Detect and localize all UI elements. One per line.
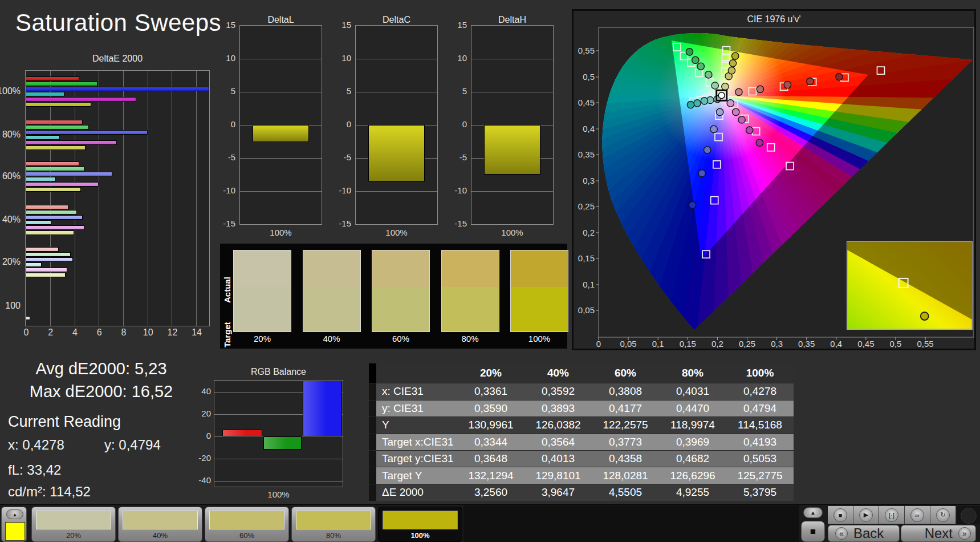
table-cell: 3,2560 <box>457 484 524 501</box>
swatch-actual-20% <box>234 250 291 287</box>
deltae-lum-bar <box>26 316 30 320</box>
table-cell: 0,4470 <box>659 400 726 416</box>
avg-de2000-stat: Avg dE2000: 5,23 <box>6 359 197 378</box>
gridline <box>471 59 553 59</box>
swatch-actual-40% <box>303 250 360 287</box>
swatch-60% <box>372 250 430 332</box>
cie-measured-green <box>705 71 712 78</box>
gridline <box>240 158 322 159</box>
cie-measured-blue <box>710 126 717 132</box>
dh-y-tick: 0 <box>462 119 467 129</box>
gridline <box>356 191 437 192</box>
play-button[interactable]: ▶ <box>853 506 879 524</box>
table-row-label: y: CIE31 <box>376 400 457 416</box>
measurement-table: 20%40%60%80%100%x: CIE310,33610,35920,38… <box>369 363 794 501</box>
patch-swatch-100% <box>383 511 458 529</box>
deltae-group-label: 60% <box>2 171 21 181</box>
deltae-bar-red-100% <box>26 76 79 81</box>
table-cell: 132,1294 <box>457 467 524 484</box>
deltae-bar-yellow-60% <box>26 187 81 192</box>
dh-y-tick: 15 <box>457 20 467 30</box>
gridline <box>240 92 322 92</box>
deltae2000-plot-area <box>25 70 210 326</box>
deltae-x-tick: 0 <box>19 327 33 338</box>
patch-button-label: 80% <box>292 531 375 540</box>
deltae-bar-cyan-100% <box>26 92 64 96</box>
table-cell: 4,5505 <box>592 484 659 501</box>
disabled-circle-icon <box>961 508 977 524</box>
dl-y-tick: -15 <box>223 219 235 228</box>
patch-button-80%[interactable]: 80% <box>291 507 376 542</box>
deltaL-bar <box>253 125 309 142</box>
svg-text:0,4: 0,4 <box>830 339 842 349</box>
cie-measured-cyan <box>687 101 694 108</box>
deltae-bar-magenta-100% <box>26 97 136 102</box>
table-header: 100% <box>726 363 794 383</box>
cie-measured-blue <box>716 108 723 115</box>
next-button[interactable]: Next » <box>901 525 976 542</box>
dc-y-tick: 0 <box>347 119 351 129</box>
transport-up-icon[interactable]: ▲ <box>803 507 823 518</box>
deltae-bar-blue-20% <box>26 257 73 262</box>
deltae-bar-cyan-60% <box>26 177 56 181</box>
table-row: Target Y132,1294129,8101128,0281126,6296… <box>369 467 794 484</box>
dc-y-tick: -5 <box>344 152 351 162</box>
cie-measured-magenta <box>746 127 753 134</box>
patch-button-40%[interactable]: 40% <box>118 507 202 542</box>
table-cell: 3,9647 <box>524 484 592 501</box>
next-button-label: Next <box>925 525 953 541</box>
rgb-bar-blue <box>303 381 342 436</box>
svg-text:0,4: 0,4 <box>583 124 595 134</box>
deltae-lum-label: 100 <box>5 301 21 311</box>
table-row: Target x:CIE310,33440,35640,37730,39690,… <box>369 434 794 450</box>
cie-measured-red <box>836 73 843 80</box>
stop-big-button[interactable]: ■ <box>801 521 825 542</box>
loop-button[interactable]: ↻ <box>930 506 956 524</box>
patch-button-60%[interactable]: 60% <box>205 507 289 542</box>
current-x-value: x: 0,4278 <box>8 437 64 453</box>
swatch-100% <box>510 250 568 332</box>
gridline <box>214 481 343 482</box>
table-row: ΔE 20003,25603,96474,55054,92555,3795 <box>369 484 794 501</box>
table-cell: 0,3969 <box>659 434 726 450</box>
patch-button-20%[interactable]: 20% <box>31 507 116 542</box>
dc-y-tick: 10 <box>341 53 351 63</box>
rgb-y-tick: 0 <box>206 431 211 440</box>
deltae-bar-magenta-60% <box>26 182 99 187</box>
stop-button[interactable]: ■ <box>828 506 853 524</box>
dc-y-tick: 15 <box>341 20 351 30</box>
svg-text:0,45: 0,45 <box>857 339 874 349</box>
deltae-group-label: 20% <box>2 257 21 267</box>
table-cell: 130,9961 <box>457 417 524 434</box>
cie1976-chart: CIE 1976 u'v' 00,050,10,150,20,250,30,35… <box>572 9 976 350</box>
continuous-button[interactable]: ∞ <box>905 506 930 524</box>
deltaL-plot-area <box>239 25 322 225</box>
deltae-x-tick: 10 <box>141 327 155 338</box>
cie-measured-cyan <box>701 98 707 104</box>
table-cell: 5,3795 <box>726 484 794 501</box>
cie-measured-red <box>735 88 742 95</box>
patch-swatch-20% <box>36 511 111 529</box>
deltae-x-tick: 2 <box>44 327 58 338</box>
current-reading-heading: Current Reading <box>8 413 121 431</box>
dl-y-tick: 0 <box>231 119 235 129</box>
table-row: x: CIE310,33610,35920,38080,40310,4278 <box>369 383 794 400</box>
swatch-comparison-panel: Actual Target 20%40%60%80%100% <box>220 244 567 349</box>
patch-button-100%[interactable]: 100% <box>378 507 462 542</box>
deltae-bar-magenta-20% <box>26 268 67 272</box>
deltaH-x-label: 100% <box>471 228 554 237</box>
bottom-toolbar: ▲ 20%40%60%80%100% ▲ ■ ■▶[·]∞↻ « Back Ne… <box>0 504 980 542</box>
svg-text:0,25: 0,25 <box>578 201 595 211</box>
svg-text:0,25: 0,25 <box>739 339 755 349</box>
gridline <box>240 191 322 192</box>
single-measure-button[interactable]: [·] <box>879 506 905 524</box>
swatch-40% <box>303 250 361 332</box>
swatch-target-20% <box>234 287 291 331</box>
gridline <box>356 92 437 92</box>
back-button[interactable]: « Back <box>828 525 900 542</box>
cie-measured-blue <box>689 201 696 208</box>
current-cdm2-value: cd/m²: 114,52 <box>8 484 91 500</box>
rgb-bar-green <box>263 436 302 450</box>
cie-measured-yellow <box>729 60 736 67</box>
deltae-bar-cyan-80% <box>26 135 60 140</box>
